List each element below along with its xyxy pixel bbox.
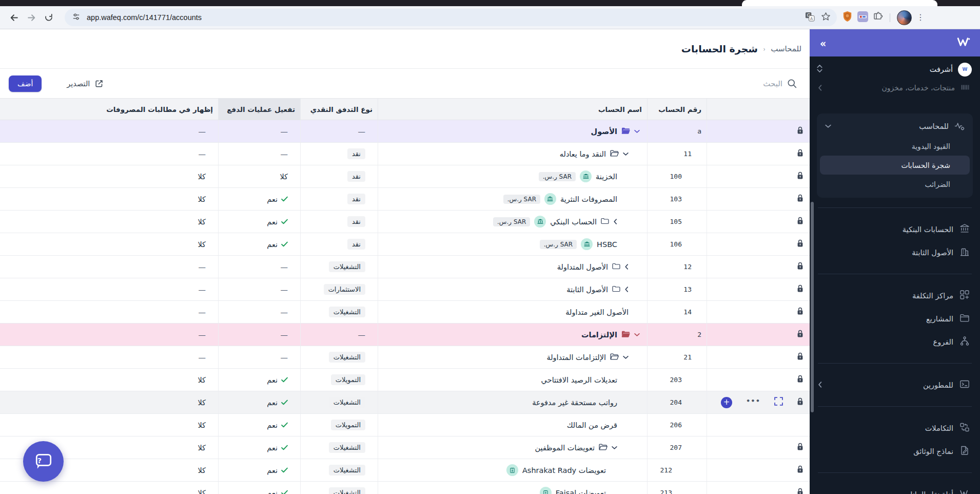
account-name: قرض من المالك xyxy=(567,421,617,429)
lock-icon xyxy=(797,217,803,226)
accountant-items: القيود اليدويةشجرة الحساباتالضرائب xyxy=(820,137,970,194)
column-account-name[interactable]: اسم الحساب xyxy=(378,99,647,120)
tree-collapse-icon[interactable] xyxy=(623,355,629,359)
breadcrumb-parent[interactable]: للمحاسب xyxy=(771,44,801,53)
sidebar-item-products-services-inventory[interactable]: منتجات، خدمات، مخزون xyxy=(810,82,980,96)
table-row[interactable]: 105الحساب البنكيSAR ر.س.نقدنعمكلا xyxy=(0,211,810,233)
tree-expand-icon[interactable] xyxy=(624,264,629,270)
lock-icon xyxy=(797,443,803,452)
table-row[interactable]: 12الأصول المتداولةالتشغيلات—— xyxy=(0,256,810,278)
row-actions-cell xyxy=(707,120,810,142)
table-row[interactable]: 207تعويضات الموظفينالتشغيلاتنعمكلا xyxy=(0,436,810,459)
cashflow-type-cell: الاستثمارات xyxy=(300,278,378,300)
expense-claims-cell: — xyxy=(0,256,218,278)
svg-text:?: ? xyxy=(37,456,42,464)
account-name-cell: الخزينةSAR ر.س. xyxy=(378,165,647,187)
add-account-button[interactable]: أضف xyxy=(9,75,42,92)
enable-payments-cell: — xyxy=(218,120,300,142)
bank-icon xyxy=(959,223,970,235)
sidebar-item-chart-of-accounts[interactable]: شجرة الحسابات xyxy=(820,156,970,175)
sidebar-scrollbar[interactable] xyxy=(811,202,814,412)
export-button[interactable]: التصدير xyxy=(67,79,104,88)
profile-avatar[interactable] xyxy=(897,10,912,25)
account-name: تعويضات Ashrakat Rady xyxy=(522,466,606,474)
table-row[interactable]: 2الإلتزامات——— xyxy=(0,324,810,346)
sidebar-item-bank-accounts[interactable]: الحسابات البنكية xyxy=(810,218,980,241)
table-row[interactable]: 100الخزينةSAR ر.س.نقدكلاكلا xyxy=(0,165,810,188)
collapse-sidebar-icon[interactable]: » xyxy=(820,36,825,49)
extensions-puzzle-icon[interactable] xyxy=(873,11,883,24)
expense-claims-cell: كلا xyxy=(0,369,218,391)
folder-icon xyxy=(612,263,620,271)
table-row[interactable]: 213تعويضات Faisalالتشغيلاتنعمكلا xyxy=(0,482,810,494)
row-menu-icon[interactable]: ••• xyxy=(746,397,760,408)
browser-tab[interactable] xyxy=(742,0,937,6)
shield-extension-icon[interactable] xyxy=(842,11,853,24)
table-row[interactable]: 103المصروفات النثريةSAR ر.س.نقدنعمكلا xyxy=(0,188,810,211)
sidebar-item-accountant[interactable]: للمحاسب xyxy=(820,116,970,137)
row-actions-cell xyxy=(707,324,810,346)
sidebar-item-developers[interactable]: للمطورين xyxy=(810,373,980,396)
sidebar-item-fixed-assets[interactable]: الأصول الثابتة xyxy=(810,241,980,264)
tree-collapse-icon[interactable] xyxy=(634,333,640,337)
table-row[interactable]: 206قرض من المالكالتمويلاتنعمكلا xyxy=(0,414,810,436)
company-switcher[interactable]: W أشرفت xyxy=(810,56,980,82)
bookmark-star-icon[interactable] xyxy=(821,12,831,24)
extension-icon[interactable] xyxy=(857,11,868,24)
sidebar-item-taxes[interactable]: الضرائب xyxy=(820,175,970,194)
sidebar-item-projects[interactable]: المشاريع xyxy=(810,307,980,330)
site-info-icon[interactable] xyxy=(72,12,81,23)
main-content: للمحاسب ‹ شجرة الحسابات البحث التصدير أض… xyxy=(0,29,810,494)
browser-menu-icon[interactable]: ⋮ xyxy=(916,15,925,20)
sidebar-item-manual-entries[interactable]: القيود اليدوية xyxy=(820,137,970,156)
folder-icon xyxy=(599,444,607,452)
table-row[interactable]: 203تعديلات الرصيد الافتتاحيالتمويلاتنعمك… xyxy=(0,369,810,391)
cashflow-type-cell: نقد xyxy=(300,233,378,255)
sidebar-item-cost-centers[interactable]: مراكز التكلفة xyxy=(810,284,980,307)
sidebar-item-document-templates[interactable]: نماذج الوثائق xyxy=(810,440,980,463)
sidebar-item-branches[interactable]: الفروع xyxy=(810,330,980,353)
reload-icon[interactable] xyxy=(40,9,57,26)
table-row[interactable]: 14الأصول الغير متداولةالتشغيلات—— xyxy=(0,301,810,324)
expand-row-icon[interactable] xyxy=(774,397,783,408)
cashflow-type-cell: التشغيلات xyxy=(300,301,378,323)
url-bar[interactable]: app.wafeq.com/c/141771/accounts GA xyxy=(65,9,837,26)
add-sub-account-button[interactable]: + xyxy=(721,397,732,408)
account-number-cell: 13 xyxy=(647,278,707,300)
column-enable-payments[interactable]: تفعيل عمليات الدفع xyxy=(218,99,300,120)
tree-collapse-icon[interactable] xyxy=(634,129,640,134)
cashflow-type-cell: التمويلات xyxy=(300,414,378,436)
sidebar-item-data-transfer-tool[interactable]: أداة نقل البيانات xyxy=(810,483,980,494)
lock-icon xyxy=(797,172,803,181)
account-name: تعويضات الموظفين xyxy=(535,444,595,452)
divider xyxy=(890,13,890,22)
help-button[interactable]: ? xyxy=(23,441,64,482)
tree-collapse-icon[interactable] xyxy=(612,446,617,450)
account-name: الأصول الغير متداولة xyxy=(565,308,629,316)
column-cashflow-type[interactable]: نوع التدفق النقدي xyxy=(300,99,378,120)
tree-expand-icon[interactable] xyxy=(624,287,629,292)
table-row[interactable]: aالأصول——— xyxy=(0,120,810,143)
table-row[interactable]: 11النقد وما يعادلهنقد—— xyxy=(0,143,810,165)
enable-payments-cell: نعم xyxy=(218,211,300,233)
tree-expand-icon[interactable] xyxy=(613,219,617,224)
tree-collapse-icon[interactable] xyxy=(623,152,629,156)
back-icon[interactable] xyxy=(5,9,23,26)
translate-icon[interactable]: GA xyxy=(805,12,815,24)
table-row[interactable]: 13الأصول الثابتةالاستثمارات—— xyxy=(0,278,810,301)
column-account-number[interactable]: رقم الحساب xyxy=(647,99,707,120)
search-input[interactable]: البحث xyxy=(763,79,797,88)
table-row[interactable]: 21الإلتزامات المتداولةالتشغيلات—— xyxy=(0,346,810,369)
account-number-cell: 105 xyxy=(647,211,707,233)
sidebar-divider xyxy=(818,274,972,274)
table-row[interactable]: 106HSBCSAR ر.س.نقدنعمكلا xyxy=(0,233,810,256)
table-row[interactable]: +•••204رواتب مستحقة غير مدفوعةالتشغيلاتن… xyxy=(0,391,810,414)
account-name: الأصول الثابتة xyxy=(566,286,608,294)
forward-icon[interactable] xyxy=(23,9,40,26)
url-text[interactable]: app.wafeq.com/c/141771/accounts xyxy=(87,13,801,22)
account-number-cell: 207 xyxy=(647,436,707,459)
sidebar-item-integrations[interactable]: التكاملات xyxy=(810,416,980,440)
cashflow-type-cell: — xyxy=(300,120,378,142)
column-show-in-expense-claims[interactable]: إظهار في مطالبات المصروفات xyxy=(0,99,218,120)
table-row[interactable]: 212تعويضات Ashrakat Radyالتشغيلاتنعمكلا xyxy=(0,459,810,482)
